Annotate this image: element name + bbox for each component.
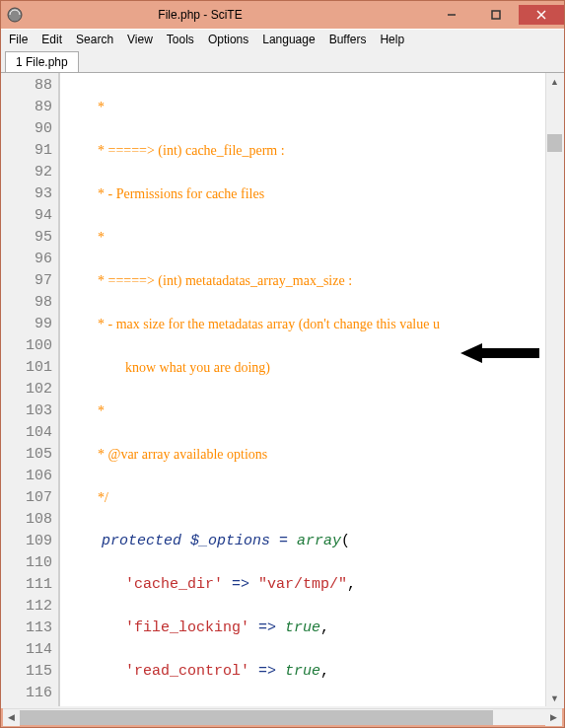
val-true: true [285, 663, 320, 680]
app-window: File.php - SciTE File Edit Search View T… [0, 0, 565, 728]
minimize-button[interactable] [430, 5, 473, 25]
line-number: 112 [13, 596, 52, 618]
code-comment: know what you are doing) [68, 360, 270, 375]
line-number: 88 [13, 75, 52, 97]
line-number: 97 [13, 270, 52, 292]
horizontal-scrollbar[interactable]: ◀ ▶ [3, 708, 562, 725]
scroll-up-icon[interactable]: ▲ [546, 73, 563, 90]
line-number: 111 [13, 574, 52, 596]
comma: , [320, 619, 329, 636]
key-cache-dir: 'cache_dir' [125, 576, 223, 593]
key-file-locking: 'file_locking' [125, 619, 249, 636]
menu-file[interactable]: File [9, 33, 28, 46]
menu-buffers[interactable]: Buffers [329, 33, 367, 46]
line-number: 92 [13, 162, 52, 183]
window-title: File.php - SciTE [0, 8, 429, 22]
comma: , [320, 663, 329, 680]
menu-help[interactable]: Help [380, 33, 404, 46]
line-number: 107 [13, 487, 52, 509]
close-button[interactable] [519, 5, 564, 25]
code-area[interactable]: * * =====> (int) cache_file_perm : * - P… [60, 73, 545, 706]
line-number: 102 [13, 379, 52, 400]
line-number: 89 [13, 97, 52, 118]
op-arrow: => [258, 663, 276, 680]
line-number: 96 [13, 249, 52, 270]
line-number: 95 [13, 227, 52, 249]
line-number: 100 [13, 335, 52, 357]
code-comment: * =====> (int) metatadatas_array_max_siz… [68, 273, 352, 288]
menu-search[interactable]: Search [76, 33, 113, 46]
op-eq: = [279, 533, 288, 549]
tabbar: 1 File.php [1, 49, 564, 73]
line-number: 91 [13, 140, 52, 162]
scroll-left-icon[interactable]: ◀ [3, 709, 20, 726]
comma: , [347, 576, 356, 593]
hscroll-track[interactable] [20, 709, 545, 726]
code-comment: * [68, 230, 105, 245]
window-controls [429, 5, 564, 25]
code-comment: * [68, 403, 105, 418]
menubar: File Edit Search View Tools Options Lang… [1, 29, 564, 49]
line-number: 116 [13, 683, 52, 704]
editor: 8889909192939495969798991001011021031041… [1, 73, 564, 708]
line-number: 99 [13, 314, 52, 335]
tab-file[interactable]: 1 File.php [5, 51, 79, 72]
vertical-scrollbar[interactable]: ▲ ▼ [545, 73, 562, 706]
vscroll-thumb[interactable] [547, 134, 562, 152]
line-number: 93 [13, 183, 52, 205]
line-number: 108 [13, 509, 52, 531]
annotation-arrow-icon [389, 320, 468, 343]
line-number: 110 [13, 552, 52, 574]
maximize-button[interactable] [474, 5, 518, 25]
paren: ( [341, 533, 350, 549]
line-number: 90 [13, 118, 52, 140]
menu-tools[interactable]: Tools [167, 33, 194, 46]
scroll-right-icon[interactable]: ▶ [545, 709, 562, 726]
var-options: $_options [190, 533, 270, 549]
line-number: 94 [13, 205, 52, 227]
code-comment: * - max size for the metadatas array (do… [68, 317, 440, 331]
code-comment: */ [68, 490, 108, 505]
svg-marker-5 [460, 343, 539, 363]
op-arrow: => [258, 619, 276, 636]
code-comment: * - Permissions for cache files [68, 186, 264, 201]
line-number: 105 [13, 444, 52, 466]
code-comment: * [68, 100, 105, 114]
fn-array: array [297, 533, 341, 549]
line-number: 114 [13, 639, 52, 661]
code-comment: * =====> (int) cache_file_perm : [68, 143, 285, 158]
hscroll-thumb[interactable] [20, 710, 493, 725]
val-cache-dir: "var/tmp/" [258, 576, 347, 593]
val-true: true [285, 619, 320, 636]
line-number: 115 [13, 661, 52, 683]
line-number: 113 [13, 618, 52, 639]
line-number: 101 [13, 357, 52, 379]
line-number: 104 [13, 422, 52, 444]
line-number: 106 [13, 466, 52, 487]
code-comment: * @var array available options [68, 447, 267, 462]
line-number: 98 [13, 292, 52, 314]
key-read-control: 'read_control' [125, 663, 249, 680]
menu-edit[interactable]: Edit [41, 33, 62, 46]
menu-language[interactable]: Language [262, 33, 315, 46]
line-number: 109 [13, 531, 52, 552]
kw-protected: protected [102, 533, 181, 549]
svg-rect-2 [492, 11, 500, 19]
menu-view[interactable]: View [127, 33, 153, 46]
line-gutter: 8889909192939495969798991001011021031041… [3, 73, 60, 706]
titlebar[interactable]: File.php - SciTE [1, 1, 564, 29]
line-number: 103 [13, 400, 52, 422]
menu-options[interactable]: Options [208, 33, 248, 46]
op-arrow: => [232, 576, 249, 593]
scroll-down-icon[interactable]: ▼ [546, 690, 563, 706]
